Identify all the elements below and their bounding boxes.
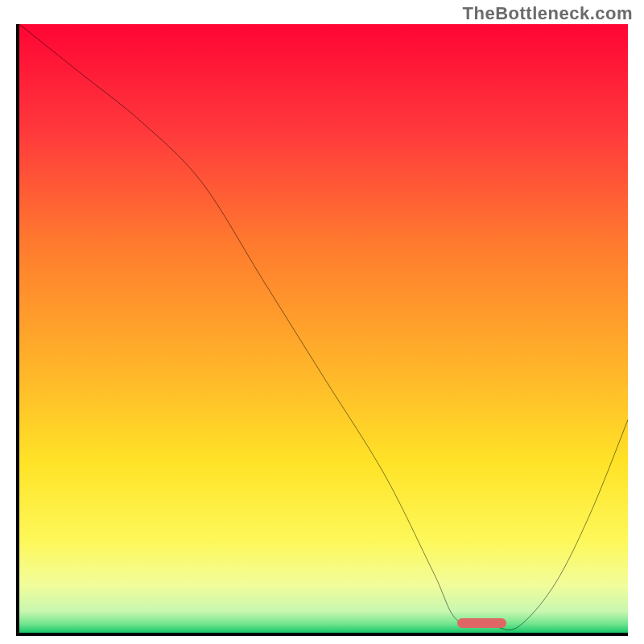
plot-area xyxy=(16,24,628,636)
bottleneck-curve xyxy=(19,24,628,633)
chart-container: TheBottleneck.com xyxy=(0,0,644,644)
optimum-marker xyxy=(457,618,506,628)
watermark-text: TheBottleneck.com xyxy=(463,3,633,24)
